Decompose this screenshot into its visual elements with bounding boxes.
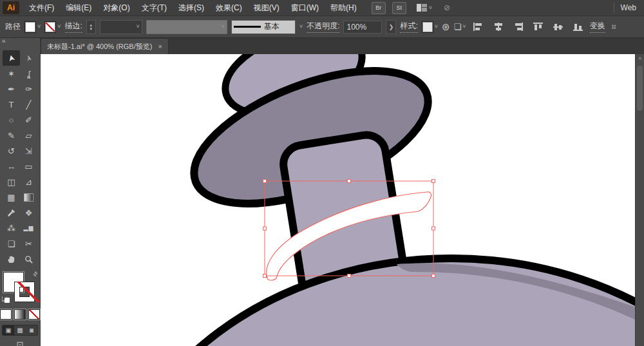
chevron-down-icon[interactable]: ˅ xyxy=(37,24,41,30)
free-transform-tool[interactable]: ▭ xyxy=(20,159,37,174)
ellipse-icon: ○ xyxy=(9,116,14,124)
style-panel-link[interactable]: 样式: xyxy=(400,21,417,33)
stepper-down-icon[interactable]: ▾ xyxy=(90,27,93,31)
artboard-tool[interactable]: ❏ xyxy=(3,236,20,251)
menu-type[interactable]: 文字(T) xyxy=(136,3,173,14)
stroke-weight-stepper[interactable]: ▴ ▾ xyxy=(86,20,96,34)
selection-handle[interactable] xyxy=(432,227,435,230)
menu-view[interactable]: 视图(V) xyxy=(248,3,285,14)
draw-behind-button[interactable]: ▩ xyxy=(14,325,26,335)
align-options-icon[interactable]: ⌗ xyxy=(612,22,616,32)
lasso-tool[interactable]: ʆ xyxy=(20,66,37,81)
collapse-panel-button[interactable]: « xyxy=(0,38,6,44)
type-tool[interactable]: T xyxy=(3,97,20,112)
draw-normal-button[interactable]: ▣ xyxy=(3,325,14,335)
selection-handle[interactable] xyxy=(348,274,351,278)
recolor-artwork-icon[interactable]: ⊛ xyxy=(442,21,450,33)
direct-selection-tool[interactable]: ➢ xyxy=(20,50,37,66)
default-fill-stroke-icon[interactable] xyxy=(2,296,11,304)
scrollbar-thumb[interactable] xyxy=(637,66,643,111)
brush-definition-select[interactable]: 基本 xyxy=(231,20,296,34)
align-horizontal-left-button[interactable] xyxy=(473,23,483,31)
align-vertical-bottom-button[interactable] xyxy=(573,23,583,31)
chevron-down-icon[interactable]: ˅ xyxy=(299,24,303,30)
selection-handle[interactable] xyxy=(348,180,351,183)
selection-handle[interactable] xyxy=(263,227,267,230)
magic-wand-tool[interactable]: ✶ xyxy=(3,66,20,81)
selection-tool[interactable]: ➤ xyxy=(3,50,20,66)
align-horizontal-right-button[interactable] xyxy=(513,23,523,31)
pencil-tool[interactable]: ✎ xyxy=(3,128,20,143)
gradient-tool[interactable] xyxy=(20,189,37,205)
width-tool[interactable]: ↔ xyxy=(3,159,20,174)
selection-handle[interactable] xyxy=(263,180,267,183)
workspace-name[interactable]: Web xyxy=(621,3,636,12)
align-vertical-top-button[interactable] xyxy=(533,23,543,31)
shape-tool[interactable]: ○ xyxy=(3,112,20,128)
stroke-weight-select[interactable]: ˅ xyxy=(100,20,142,34)
opacity-expand-button[interactable]: ❯ xyxy=(386,20,396,34)
document-tab[interactable]: 未标题-1.ai* @ 400% (RGB/预览) × xyxy=(41,38,169,54)
eyedropper-tool[interactable] xyxy=(3,205,20,220)
blend-tool[interactable]: ❖ xyxy=(20,205,37,220)
selection-handle[interactable] xyxy=(432,180,435,183)
symbol-sprayer-icon: ⁂ xyxy=(7,224,15,233)
workspace-switcher-button[interactable]: ˅ xyxy=(417,4,432,12)
symbol-sprayer-tool[interactable]: ⁂ xyxy=(3,220,20,236)
sync-disabled-icon[interactable]: ⊘ xyxy=(444,3,450,12)
selection-handle[interactable] xyxy=(432,274,435,278)
stock-button[interactable]: St xyxy=(392,2,406,14)
opacity-input[interactable] xyxy=(343,21,382,34)
menu-file[interactable]: 文件(F) xyxy=(23,3,60,14)
graphic-style-swatch[interactable] xyxy=(422,21,433,33)
hand-tool[interactable] xyxy=(3,251,20,267)
menu-select[interactable]: 选择(S) xyxy=(173,3,210,14)
menu-effect[interactable]: 效果(C) xyxy=(210,3,248,14)
menu-object[interactable]: 对象(O) xyxy=(97,3,135,14)
menu-bar: Ai 文件(F) 编辑(E) 对象(O) 文字(T) 选择(S) 效果(C) 视… xyxy=(0,0,644,16)
perspective-grid-tool[interactable]: ⊿ xyxy=(20,174,37,189)
swap-fill-stroke-icon[interactable]: ⇄ xyxy=(32,270,39,278)
opacity-panel-link[interactable]: 不透明度: xyxy=(307,21,339,33)
artwork-body-shape[interactable] xyxy=(100,258,635,346)
canvas[interactable] xyxy=(41,54,635,346)
chevron-down-icon[interactable]: ˅ xyxy=(435,24,438,30)
draw-inside-button[interactable]: ◙ xyxy=(26,325,37,335)
mesh-tool[interactable]: ▦ xyxy=(3,189,20,205)
pen-tool[interactable]: ✒ xyxy=(3,81,20,97)
shape-builder-tool[interactable]: ◫ xyxy=(3,174,20,189)
line-segment-tool[interactable]: ╱ xyxy=(20,97,37,112)
slice-tool[interactable]: ✂ xyxy=(20,236,37,251)
fill-swatch[interactable] xyxy=(24,21,36,33)
gradient-button[interactable] xyxy=(14,309,26,320)
zoom-tool[interactable] xyxy=(20,251,37,267)
graphic-style-control[interactable]: ˅ xyxy=(422,21,438,33)
bridge-button[interactable]: Br xyxy=(372,2,386,14)
paintbrush-tool[interactable]: ✐ xyxy=(20,112,37,128)
screen-mode-button[interactable]: ⊡ xyxy=(17,340,24,346)
none-button[interactable] xyxy=(28,309,40,320)
align-horizontal-center-button[interactable] xyxy=(493,23,503,31)
rotate-tool[interactable]: ↺ xyxy=(3,143,20,159)
chevron-down-icon[interactable]: ˅ xyxy=(57,24,61,30)
menu-help[interactable]: 帮助(H) xyxy=(325,3,363,14)
menu-edit[interactable]: 编辑(E) xyxy=(60,3,97,14)
fill-color-control[interactable]: ˅ xyxy=(24,21,41,33)
stroke-color-control[interactable]: ˅ xyxy=(44,21,61,33)
eraser-tool[interactable]: ▱ xyxy=(20,128,37,143)
scale-tool[interactable]: ⇲ xyxy=(20,143,37,159)
stroke-panel-link[interactable]: 描边: xyxy=(65,21,82,33)
transform-panel-link[interactable]: 变换 xyxy=(590,21,605,33)
column-graph-tool[interactable]: ▂▆ xyxy=(20,220,37,236)
color-button[interactable] xyxy=(0,309,12,320)
shape-options-button[interactable]: ❏ ˅ xyxy=(454,22,466,32)
stroke-color-well-none[interactable] xyxy=(15,282,34,302)
curvature-tool[interactable]: ✑ xyxy=(20,81,37,97)
align-vertical-middle-button[interactable] xyxy=(553,23,563,31)
close-icon[interactable]: × xyxy=(158,43,162,50)
menu-window[interactable]: 窗口(W) xyxy=(285,3,325,14)
selection-handle[interactable] xyxy=(263,274,267,278)
scroll-up-arrow[interactable]: ˄ xyxy=(636,54,644,63)
vertical-scrollbar[interactable]: ˄ xyxy=(635,54,644,346)
stroke-swatch-none[interactable] xyxy=(44,21,56,33)
